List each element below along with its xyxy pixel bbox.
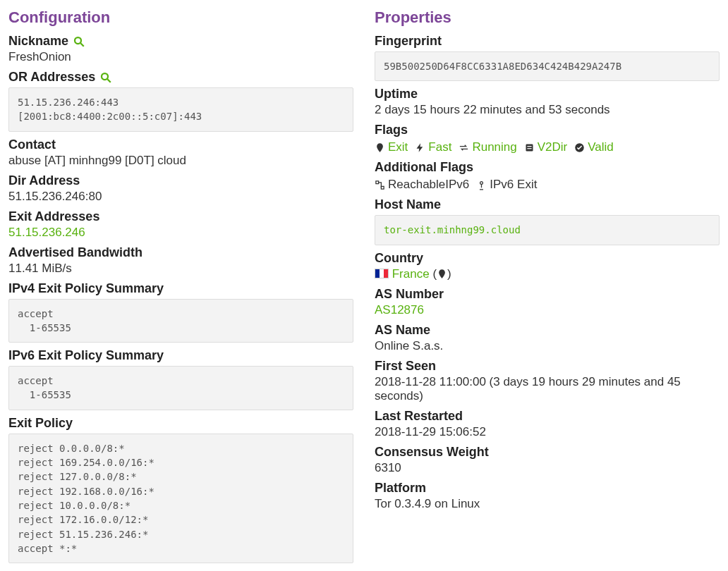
flag-france-icon	[375, 269, 389, 278]
additional-flags-row: ReachableIPv6 IPv6 Exit	[375, 178, 720, 192]
additional-flags-label: Additional Flags	[375, 160, 720, 175]
last-restarted-label: Last Restarted	[375, 409, 720, 424]
bandwidth-value: 11.41 MiB/s	[8, 262, 353, 276]
directory-icon	[524, 142, 535, 153]
search-icon[interactable]	[73, 35, 85, 48]
flags-row: Exit Fast Running V2Dir Valid	[375, 140, 720, 154]
consensus-weight-label: Consensus Weight	[375, 445, 720, 460]
search-icon[interactable]	[99, 71, 112, 84]
as-number-link[interactable]: AS12876	[375, 303, 424, 317]
exit-address-link[interactable]: 51.15.236.246	[8, 226, 85, 239]
svg-rect-5	[527, 146, 531, 147]
as-number-label: AS Number	[375, 287, 720, 302]
platform-value: Tor 0.3.4.9 on Linux	[375, 497, 720, 511]
ipv4-exit-policy-box[interactable]: accept 1-65535	[8, 299, 353, 343]
ipv6-exit-policy-label: IPv6 Exit Policy Summary	[8, 348, 353, 363]
platform-label: Platform	[375, 481, 720, 496]
fingerprint-box[interactable]: 59B500250D64F8CC6331A8ED634C424B429A247B	[375, 51, 720, 81]
flag-ipv6-exit: IPv6 Exit	[476, 178, 537, 192]
contact-label: Contact	[8, 137, 353, 152]
svg-rect-4	[526, 144, 533, 151]
bolt-icon	[415, 142, 425, 153]
exit-icon	[375, 142, 385, 153]
svg-rect-8	[376, 181, 379, 184]
exit-addresses-label: Exit Addresses	[8, 209, 353, 224]
flag-v2dir: V2Dir	[524, 140, 568, 154]
properties-column: Properties Fingerprint 59B500250D64F8CC6…	[375, 8, 720, 569]
dir-address-label: Dir Address	[8, 173, 353, 188]
svg-point-2	[102, 73, 108, 80]
ipv6-exit-icon	[476, 180, 487, 190]
first-seen-label: First Seen	[375, 359, 720, 374]
contact-value: abuse [AT] minhng99 [D0T] cloud	[8, 154, 353, 168]
hostname-label: Host Name	[375, 197, 720, 212]
network-v6-icon	[375, 180, 385, 190]
as-name-label: AS Name	[375, 323, 720, 338]
flag-running: Running	[459, 140, 516, 154]
map-pin-icon[interactable]	[437, 269, 447, 279]
as-name-value: Online S.a.s.	[375, 339, 720, 353]
svg-line-1	[80, 43, 84, 47]
hostname-box[interactable]: tor-exit.minhng99.cloud	[375, 215, 720, 245]
svg-point-10	[480, 181, 483, 184]
exit-policy-box[interactable]: reject 0.0.0.0/8:* reject 169.254.0.0/16…	[8, 434, 353, 563]
check-circle-icon	[574, 142, 585, 153]
country-value: France ()	[375, 267, 720, 281]
last-restarted-value: 2018-11-29 15:06:52	[375, 425, 720, 439]
svg-point-0	[75, 37, 81, 44]
nickname-label: Nickname	[8, 34, 353, 49]
flag-valid: Valid	[574, 140, 614, 154]
svg-line-3	[108, 79, 111, 82]
nickname-value: FreshOnion	[8, 50, 353, 64]
or-addresses-label: OR Addresses	[8, 70, 353, 85]
flags-label: Flags	[375, 123, 720, 137]
country-label: Country	[375, 251, 720, 266]
uptime-label: Uptime	[375, 87, 720, 102]
flag-fast: Fast	[415, 140, 451, 154]
flag-exit: Exit	[375, 140, 408, 154]
or-addresses-box[interactable]: 51.15.236.246:443 [2001:bc8:4400:2c00::5…	[8, 87, 353, 132]
country-link[interactable]: France	[392, 267, 430, 281]
ipv4-exit-policy-label: IPv4 Exit Policy Summary	[8, 281, 353, 296]
first-seen-value: 2018-11-28 11:00:00 (3 days 19 hours 29 …	[375, 375, 720, 403]
consensus-weight-value: 6310	[375, 461, 720, 475]
bandwidth-label: Advertised Bandwidth	[8, 245, 353, 260]
properties-heading: Properties	[375, 8, 720, 27]
configuration-heading: Configuration	[8, 8, 353, 27]
svg-rect-6	[527, 148, 531, 149]
uptime-value: 2 days 15 hours 22 minutes and 53 second…	[375, 103, 720, 117]
fingerprint-label: Fingerprint	[375, 34, 720, 49]
exit-policy-label: Exit Policy	[8, 416, 353, 431]
flag-reachable-ipv6: ReachableIPv6	[375, 178, 469, 192]
ipv6-exit-policy-box[interactable]: accept 1-65535	[8, 366, 353, 410]
dir-address-value: 51.15.236.246:80	[8, 190, 353, 204]
arrows-icon	[459, 142, 469, 153]
configuration-column: Configuration Nickname FreshOnion OR Add…	[8, 8, 353, 569]
